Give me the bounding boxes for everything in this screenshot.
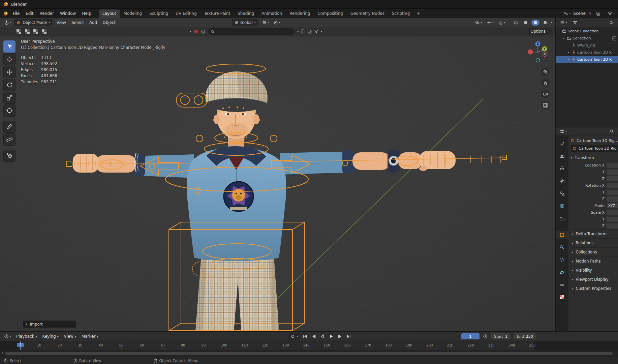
properties-tab-particles[interactable] [556, 256, 568, 264]
frame-start-field[interactable]: Start1 [491, 333, 511, 339]
expand-caret[interactable]: ▸ [567, 51, 570, 54]
value-field[interactable] [607, 190, 618, 195]
timeline-ruler[interactable]: 1020304050607080901001101201301401501601… [0, 341, 618, 350]
menu-render[interactable]: Render [36, 10, 57, 17]
properties-tab-texture[interactable] [556, 293, 568, 301]
viewport-menu-select[interactable]: Select [69, 19, 87, 26]
zoom-button[interactable] [541, 67, 550, 76]
workspace-tab-rendering[interactable]: Rendering [286, 9, 314, 18]
app-menu-button[interactable] [2, 10, 9, 17]
outliner-item-cartoon-toon-3d-r[interactable]: ▸ Cartoon Toon 3D R [556, 49, 618, 56]
timeline-editor-selector[interactable]: ▾ [3, 333, 12, 339]
properties-search-button[interactable] [608, 128, 615, 134]
import-operator-panel[interactable]: ▸ Import [23, 320, 76, 328]
menu-file[interactable]: File [10, 10, 23, 17]
workspace-tab-uv-editing[interactable]: UV Editing [172, 9, 200, 18]
auto-keying-clock-icon[interactable] [483, 334, 488, 339]
timeline-scrollbar[interactable]: ‹ [0, 350, 618, 357]
value-field[interactable] [607, 217, 618, 222]
add-workspace-button[interactable]: + [414, 10, 423, 17]
workspace-tab-animation[interactable]: Animation [258, 9, 286, 18]
editor-type-selector[interactable]: ▾ [3, 20, 13, 26]
shading-material-button[interactable] [531, 20, 539, 26]
tool-move[interactable] [3, 66, 16, 78]
menu-edit[interactable]: Edit [23, 10, 36, 17]
workspace-tab-texture-paint[interactable]: Texture Paint [200, 9, 234, 18]
properties-tab-physics[interactable] [556, 268, 568, 276]
scroll-left-arrow[interactable]: ‹ [1, 350, 3, 355]
shading-solid-button[interactable] [522, 20, 530, 26]
funnel-filter-icon[interactable] [314, 29, 318, 34]
outliner-item-scene-collection[interactable]: Scene Collection [556, 28, 618, 35]
snap-toggle-button[interactable]: ▾ [260, 20, 270, 26]
matcap-ball-icon[interactable] [193, 29, 198, 34]
shading-wireframe-button[interactable] [512, 20, 520, 26]
new-scene-button[interactable] [594, 11, 601, 17]
shading-rendered-button[interactable] [541, 20, 549, 26]
frame-end-field[interactable]: End250 [514, 333, 536, 339]
value-field[interactable] [607, 170, 618, 175]
display-toggle-button-1[interactable] [16, 28, 22, 35]
timeline-menu-marker[interactable]: Marker ▾ [79, 333, 101, 340]
outliner-item-cartoon-toon-3d-r[interactable]: ▸ Cartoon Toon 3D R [556, 56, 618, 63]
previous-keyframe-button[interactable] [310, 333, 317, 340]
properties-tab-world[interactable] [556, 202, 568, 210]
options-button[interactable]: Options ▾ [528, 28, 552, 35]
tool-select-box[interactable] [3, 40, 16, 53]
current-frame-badge[interactable]: 1 [17, 343, 24, 347]
copy-icon[interactable] [307, 29, 312, 34]
transform-panel-header[interactable]: ▾ Transform [571, 154, 618, 162]
viewport-menu-add[interactable]: Add [87, 19, 100, 26]
outliner-display-mode[interactable]: ▾ [559, 20, 568, 26]
value-field[interactable] [607, 210, 618, 215]
workspace-tab-layout[interactable]: Layout [99, 9, 120, 18]
menu-help[interactable]: Help [79, 10, 94, 17]
properties-tab-output[interactable] [556, 164, 568, 173]
jump-to-end-button[interactable] [345, 333, 352, 340]
properties-tab-modifiers[interactable] [556, 243, 568, 251]
display-toggle-button-3[interactable] [32, 28, 39, 35]
timeline-menu-keying[interactable]: Keying ▾ [39, 333, 61, 340]
outliner-search-button[interactable] [608, 20, 615, 26]
navigation-gizmo[interactable]: Z Y X [525, 40, 550, 66]
tool-measure[interactable] [3, 133, 16, 146]
exclude-checkbox[interactable]: ✓ [612, 36, 616, 40]
value-field[interactable] [607, 183, 618, 188]
panel-delta-transform[interactable]: ▸Delta Transform [571, 229, 618, 238]
tool-transform[interactable] [3, 104, 16, 117]
expand-caret[interactable]: ▸ [567, 58, 570, 61]
properties-tab-object[interactable] [556, 231, 568, 239]
panel-collections[interactable]: ▸Collections [571, 247, 618, 256]
panel-visibility[interactable]: ▸Visibility [571, 266, 618, 275]
orientation-dropdown[interactable]: Global ▾ [232, 19, 258, 26]
overlays-dropdown[interactable]: ▾ [497, 20, 506, 26]
pan-button[interactable] [541, 79, 550, 87]
tool-add-cube[interactable] [3, 150, 16, 162]
panel-relations[interactable]: ▸Relations [571, 238, 618, 247]
workspace-tab-shading[interactable]: Shading [234, 9, 258, 18]
value-field[interactable]: XYZ [607, 203, 618, 208]
properties-tab-tool[interactable] [556, 140, 568, 148]
outliner-item-wgts-rig[interactable]: WGTS_rig [556, 42, 618, 49]
workspace-tab-sculpting[interactable]: Sculpting [146, 9, 172, 18]
record-button[interactable]: ▾ [288, 333, 300, 340]
menu-window[interactable]: Window [57, 10, 79, 17]
scene-browse-button[interactable]: ▾ [562, 10, 572, 17]
proportional-edit-button[interactable]: ▾ [272, 20, 282, 26]
timeline-menu-view[interactable]: View ▾ [61, 333, 79, 340]
play-button[interactable] [327, 333, 335, 340]
tool-annotate[interactable] [3, 121, 16, 133]
properties-tab-collection[interactable] [556, 214, 568, 222]
viewport-search-box[interactable] [208, 28, 295, 35]
camera-view-button[interactable] [541, 90, 550, 98]
rig-overlay[interactable] [67, 64, 506, 331]
bookmark-icon[interactable] [301, 29, 305, 34]
value-field[interactable] [607, 163, 618, 168]
current-frame-field[interactable]: 1 [461, 333, 480, 339]
tool-rotate[interactable] [3, 79, 16, 91]
panel-viewport-display[interactable]: ▸Viewport Display [571, 275, 618, 284]
workspace-tab-geometry-nodes[interactable]: Geometry Nodes [347, 9, 388, 18]
properties-tab-render[interactable] [556, 152, 568, 160]
object-name-field[interactable]: Cartoon Toon 3D Rig [571, 145, 618, 152]
expand-caret[interactable]: ▾ [562, 37, 565, 40]
